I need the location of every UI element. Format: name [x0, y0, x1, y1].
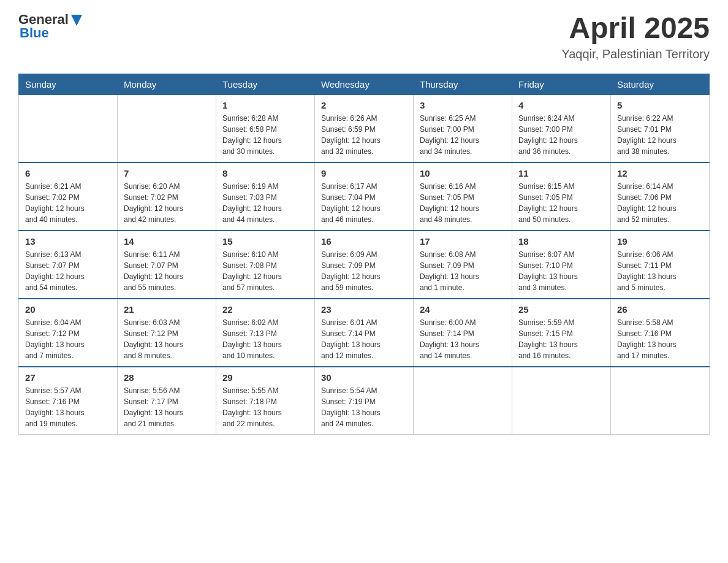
day-info: Sunrise: 6:15 AMSunset: 7:05 PMDaylight:…: [518, 181, 604, 225]
title-block: April 2025 Yaqqir, Palestinian Territory: [561, 12, 710, 61]
day-info: Sunrise: 6:17 AMSunset: 7:04 PMDaylight:…: [321, 181, 407, 225]
day-number: 8: [222, 168, 308, 178]
day-info: Sunrise: 5:56 AMSunset: 7:17 PMDaylight:…: [124, 385, 210, 429]
header-monday: Monday: [118, 74, 216, 94]
day-number: 17: [420, 236, 506, 247]
calendar-header-row: SundayMondayTuesdayWednesdayThursdayFrid…: [19, 74, 710, 94]
day-number: 26: [617, 304, 703, 315]
calendar-cell: 25Sunrise: 5:59 AMSunset: 7:15 PMDayligh…: [512, 299, 611, 367]
calendar-cell: [19, 94, 118, 163]
header-friday: Friday: [512, 74, 611, 94]
day-info: Sunrise: 6:14 AMSunset: 7:06 PMDaylight:…: [617, 181, 703, 225]
calendar-week-row: 13Sunrise: 6:13 AMSunset: 7:07 PMDayligh…: [19, 231, 710, 299]
day-info: Sunrise: 6:11 AMSunset: 7:07 PMDaylight:…: [124, 249, 210, 293]
calendar-week-row: 6Sunrise: 6:21 AMSunset: 7:02 PMDaylight…: [19, 163, 710, 231]
day-number: 14: [124, 236, 210, 247]
calendar-cell: 19Sunrise: 6:06 AMSunset: 7:11 PMDayligh…: [611, 231, 710, 299]
day-number: 25: [518, 304, 604, 315]
calendar-cell: 18Sunrise: 6:07 AMSunset: 7:10 PMDayligh…: [512, 231, 611, 299]
day-number: 9: [321, 168, 407, 178]
day-number: 29: [222, 372, 308, 383]
day-number: 5: [617, 100, 703, 110]
calendar-cell: 10Sunrise: 6:16 AMSunset: 7:05 PMDayligh…: [414, 163, 512, 231]
day-info: Sunrise: 5:55 AMSunset: 7:18 PMDaylight:…: [222, 385, 308, 429]
calendar-cell: 22Sunrise: 6:02 AMSunset: 7:13 PMDayligh…: [216, 299, 315, 367]
day-info: Sunrise: 6:00 AMSunset: 7:14 PMDaylight:…: [420, 317, 506, 361]
calendar-week-row: 20Sunrise: 6:04 AMSunset: 7:12 PMDayligh…: [19, 299, 710, 367]
day-info: Sunrise: 6:01 AMSunset: 7:14 PMDaylight:…: [321, 317, 407, 361]
calendar-week-row: 1Sunrise: 6:28 AMSunset: 6:58 PMDaylight…: [19, 94, 710, 163]
logo-triangle-icon: [71, 15, 82, 26]
calendar-cell: 30Sunrise: 5:54 AMSunset: 7:19 PMDayligh…: [315, 367, 414, 435]
day-info: Sunrise: 6:03 AMSunset: 7:12 PMDaylight:…: [124, 317, 210, 361]
day-info: Sunrise: 6:02 AMSunset: 7:13 PMDaylight:…: [222, 317, 308, 361]
day-info: Sunrise: 5:58 AMSunset: 7:16 PMDaylight:…: [617, 317, 703, 361]
day-info: Sunrise: 6:24 AMSunset: 7:00 PMDaylight:…: [518, 113, 604, 157]
day-number: 30: [321, 372, 407, 383]
day-info: Sunrise: 6:16 AMSunset: 7:05 PMDaylight:…: [420, 181, 506, 225]
day-info: Sunrise: 6:13 AMSunset: 7:07 PMDaylight:…: [25, 249, 111, 293]
header-tuesday: Tuesday: [216, 74, 315, 94]
calendar-cell: 11Sunrise: 6:15 AMSunset: 7:05 PMDayligh…: [512, 163, 611, 231]
day-number: 13: [25, 236, 111, 247]
calendar-cell: 16Sunrise: 6:09 AMSunset: 7:09 PMDayligh…: [315, 231, 414, 299]
calendar-cell: 17Sunrise: 6:08 AMSunset: 7:09 PMDayligh…: [414, 231, 512, 299]
location-title: Yaqqir, Palestinian Territory: [561, 47, 710, 61]
header-wednesday: Wednesday: [315, 74, 414, 94]
calendar-table: SundayMondayTuesdayWednesdayThursdayFrid…: [18, 74, 710, 435]
day-info: Sunrise: 6:10 AMSunset: 7:08 PMDaylight:…: [222, 249, 308, 293]
day-info: Sunrise: 6:21 AMSunset: 7:02 PMDaylight:…: [25, 181, 111, 225]
calendar-cell: 8Sunrise: 6:19 AMSunset: 7:03 PMDaylight…: [216, 163, 315, 231]
day-number: 1: [222, 100, 308, 110]
day-info: Sunrise: 6:09 AMSunset: 7:09 PMDaylight:…: [321, 249, 407, 293]
day-number: 27: [25, 372, 111, 383]
calendar-cell: 21Sunrise: 6:03 AMSunset: 7:12 PMDayligh…: [118, 299, 216, 367]
day-info: Sunrise: 6:26 AMSunset: 6:59 PMDaylight:…: [321, 113, 407, 157]
day-number: 28: [124, 372, 210, 383]
calendar-cell: [512, 367, 611, 435]
day-info: Sunrise: 6:06 AMSunset: 7:11 PMDaylight:…: [617, 249, 703, 293]
calendar-cell: 12Sunrise: 6:14 AMSunset: 7:06 PMDayligh…: [611, 163, 710, 231]
calendar-cell: 13Sunrise: 6:13 AMSunset: 7:07 PMDayligh…: [19, 231, 118, 299]
calendar-cell: 23Sunrise: 6:01 AMSunset: 7:14 PMDayligh…: [315, 299, 414, 367]
day-number: 19: [617, 236, 703, 247]
calendar-cell: [118, 94, 216, 163]
calendar-cell: 24Sunrise: 6:00 AMSunset: 7:14 PMDayligh…: [414, 299, 512, 367]
header-saturday: Saturday: [611, 74, 710, 94]
logo: General Blue: [18, 12, 82, 40]
month-title: April 2025: [561, 12, 710, 45]
header-sunday: Sunday: [19, 74, 118, 94]
calendar-cell: 2Sunrise: 6:26 AMSunset: 6:59 PMDaylight…: [315, 94, 414, 163]
calendar-cell: 15Sunrise: 6:10 AMSunset: 7:08 PMDayligh…: [216, 231, 315, 299]
calendar-cell: 14Sunrise: 6:11 AMSunset: 7:07 PMDayligh…: [118, 231, 216, 299]
calendar-cell: 5Sunrise: 6:22 AMSunset: 7:01 PMDaylight…: [611, 94, 710, 163]
day-number: 24: [420, 304, 506, 315]
day-info: Sunrise: 5:54 AMSunset: 7:19 PMDaylight:…: [321, 385, 407, 429]
day-number: 6: [25, 168, 111, 178]
day-number: 22: [222, 304, 308, 315]
day-info: Sunrise: 6:20 AMSunset: 7:02 PMDaylight:…: [124, 181, 210, 225]
day-number: 11: [518, 168, 604, 178]
calendar-cell: 20Sunrise: 6:04 AMSunset: 7:12 PMDayligh…: [19, 299, 118, 367]
day-number: 21: [124, 304, 210, 315]
day-number: 18: [518, 236, 604, 247]
calendar-cell: 3Sunrise: 6:25 AMSunset: 7:00 PMDaylight…: [414, 94, 512, 163]
calendar-cell: [414, 367, 512, 435]
day-number: 3: [420, 100, 506, 110]
calendar-cell: 6Sunrise: 6:21 AMSunset: 7:02 PMDaylight…: [19, 163, 118, 231]
day-number: 2: [321, 100, 407, 110]
calendar-cell: 27Sunrise: 5:57 AMSunset: 7:16 PMDayligh…: [19, 367, 118, 435]
calendar-week-row: 27Sunrise: 5:57 AMSunset: 7:16 PMDayligh…: [19, 367, 710, 435]
calendar-cell: 28Sunrise: 5:56 AMSunset: 7:17 PMDayligh…: [118, 367, 216, 435]
svg-marker-0: [71, 15, 82, 26]
calendar-cell: 26Sunrise: 5:58 AMSunset: 7:16 PMDayligh…: [611, 299, 710, 367]
day-number: 16: [321, 236, 407, 247]
header-thursday: Thursday: [414, 74, 512, 94]
page-header: General Blue April 2025 Yaqqir, Palestin…: [18, 12, 710, 61]
day-info: Sunrise: 6:19 AMSunset: 7:03 PMDaylight:…: [222, 181, 308, 225]
calendar-cell: 29Sunrise: 5:55 AMSunset: 7:18 PMDayligh…: [216, 367, 315, 435]
day-info: Sunrise: 6:04 AMSunset: 7:12 PMDaylight:…: [25, 317, 111, 361]
calendar-cell: 1Sunrise: 6:28 AMSunset: 6:58 PMDaylight…: [216, 94, 315, 163]
day-number: 12: [617, 168, 703, 178]
calendar-cell: 9Sunrise: 6:17 AMSunset: 7:04 PMDaylight…: [315, 163, 414, 231]
